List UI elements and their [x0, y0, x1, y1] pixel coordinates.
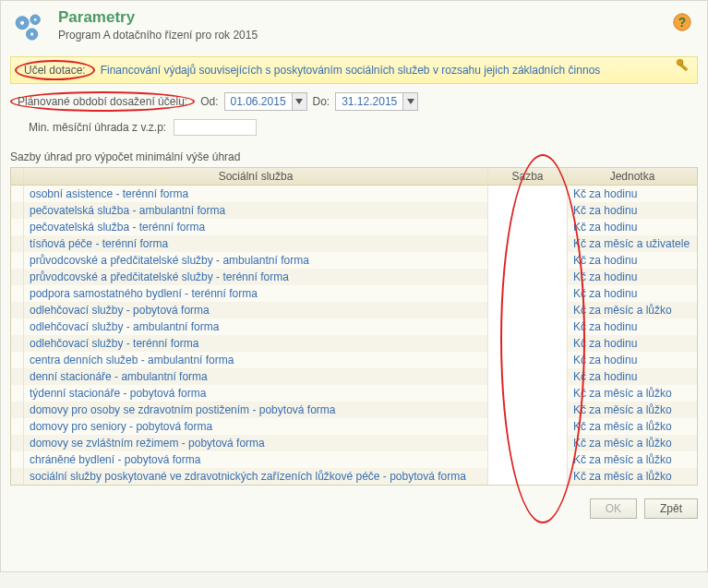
service-cell: denní stacionáře - ambulantní forma [30, 370, 208, 383]
table-row[interactable]: pečovatelská služba - ambulantní formaKč… [11, 202, 697, 219]
key-icon[interactable] [674, 56, 692, 75]
row-handle[interactable] [11, 418, 24, 435]
unit-cell: Kč za měsíc a lůžko [573, 470, 672, 483]
rates-caption: Sazby úhrad pro výpočet minimální výše ú… [10, 150, 698, 163]
row-handle[interactable] [11, 235, 24, 252]
ok-button[interactable]: OK [590, 498, 637, 519]
unit-cell: Kč za hodinu [573, 270, 637, 283]
row-handle[interactable] [11, 285, 24, 302]
unit-cell: Kč za hodinu [573, 370, 637, 383]
service-cell: odlehčovací služby - terénní forma [30, 337, 198, 350]
date-to-input[interactable] [336, 94, 402, 109]
table-row[interactable]: podpora samostatného bydlení - terénní f… [11, 285, 697, 302]
service-cell: domovy pro osoby se zdravotním postižení… [30, 403, 335, 416]
svg-rect-9 [680, 64, 688, 70]
gears-icon [10, 8, 49, 47]
row-handle[interactable] [11, 385, 24, 402]
service-cell: centra denních služeb - ambulantní forma [30, 354, 234, 366]
rates-table-header: Sociální služba Sazba Jednotka [11, 168, 697, 186]
table-row[interactable]: sociální služby poskytované ve zdravotni… [11, 468, 697, 485]
date-from-dropdown-icon[interactable] [292, 93, 306, 110]
table-row[interactable]: odlehčovací služby - pobytová formaKč za… [11, 302, 697, 318]
row-handle[interactable] [11, 402, 24, 418]
row-handle[interactable] [11, 202, 24, 219]
service-cell: domovy pro seniory - pobytová forma [30, 420, 212, 433]
unit-cell: Kč za hodinu [573, 187, 637, 200]
table-row[interactable]: tísňová péče - terénní formaKč za měsíc … [11, 235, 697, 252]
row-handle[interactable] [11, 186, 24, 202]
purpose-value: Financování výdajů souvisejících s posky… [101, 64, 601, 77]
table-row[interactable]: odlehčovací služby - terénní formaKč za … [11, 335, 697, 352]
table-row[interactable]: osobní asistence - terénní formaKč za ho… [11, 186, 697, 202]
page-title: Parametry [58, 8, 258, 27]
service-cell: odlehčovací služby - ambulantní forma [30, 320, 219, 333]
svg-text:?: ? [678, 16, 686, 30]
table-row[interactable]: domovy se zvláštním režimem - pobytová f… [11, 435, 697, 451]
table-row[interactable]: domovy pro seniory - pobytová formaKč za… [11, 418, 697, 435]
service-cell: osobní asistence - terénní forma [30, 187, 188, 200]
table-row[interactable]: týdenní stacionáře - pobytová formaKč za… [11, 385, 697, 402]
row-handle-header [11, 168, 24, 185]
min-fee-input[interactable] [174, 119, 257, 136]
row-handle[interactable] [11, 368, 24, 385]
service-cell: sociální služby poskytované ve zdravotni… [30, 470, 466, 483]
col-unit-header: Jednotka [568, 168, 697, 185]
service-cell: odlehčovací služby - pobytová forma [30, 304, 210, 317]
min-fee-label: Min. měsíční úhrada z v.z.p: [29, 121, 166, 134]
date-from-field[interactable] [224, 92, 307, 111]
table-row[interactable]: domovy pro osoby se zdravotním postižení… [11, 402, 697, 418]
date-to-dropdown-icon[interactable] [402, 93, 417, 110]
unit-cell: Kč za hodinu [573, 354, 637, 366]
back-button[interactable]: Zpět [644, 498, 698, 519]
table-row[interactable]: centra denních služeb - ambulantní forma… [11, 352, 697, 368]
table-row[interactable]: chráněné bydlení - pobytová formaKč za m… [11, 451, 697, 468]
table-row[interactable]: pečovatelská služba - terénní formaKč za… [11, 219, 697, 235]
rates-table: Sociální služba Sazba Jednotka osobní as… [10, 167, 698, 486]
unit-cell: Kč za měsíc a lůžko [573, 420, 672, 433]
purpose-row: Účel dotace: Financování výdajů souvisej… [10, 56, 698, 84]
row-handle[interactable] [11, 219, 24, 235]
page-header: Parametry Program A dotačního řízení pro… [10, 8, 698, 47]
purpose-label: Účel dotace: [15, 60, 95, 80]
col-service-header: Sociální služba [24, 168, 488, 185]
period-to-label: Do: [313, 95, 330, 108]
table-row[interactable]: průvodcovské a předčitatelské služby - a… [11, 252, 697, 269]
row-handle[interactable] [11, 352, 24, 368]
svg-marker-10 [295, 99, 303, 104]
row-handle[interactable] [11, 269, 24, 285]
row-handle[interactable] [11, 318, 24, 335]
date-to-field[interactable] [335, 92, 418, 111]
service-cell: podpora samostatného bydlení - terénní f… [30, 287, 258, 300]
row-handle[interactable] [11, 335, 24, 352]
unit-cell: Kč za hodinu [573, 320, 637, 333]
help-icon[interactable]: ? [672, 12, 692, 32]
svg-marker-11 [407, 99, 414, 104]
unit-cell: Kč za hodinu [573, 221, 637, 234]
period-row: Plánované období dosažení účelu: Od: Do: [10, 91, 698, 112]
unit-cell: Kč za měsíc a uživatele [573, 237, 690, 250]
min-fee-row: Min. měsíční úhrada z v.z.p: [10, 119, 698, 136]
row-handle[interactable] [11, 435, 24, 451]
row-handle[interactable] [11, 468, 24, 485]
row-handle[interactable] [11, 252, 24, 269]
row-handle[interactable] [11, 302, 24, 318]
service-cell: průvodcovské a předčitatelské služby - a… [30, 254, 309, 267]
unit-cell: Kč za měsíc a lůžko [573, 453, 672, 466]
service-cell: domovy se zvláštním režimem - pobytová f… [30, 437, 265, 450]
table-row[interactable]: denní stacionáře - ambulantní formaKč za… [11, 368, 697, 385]
unit-cell: Kč za měsíc a lůžko [573, 437, 672, 450]
footer-buttons: OK Zpět [10, 498, 698, 519]
date-from-input[interactable] [225, 94, 292, 109]
table-row[interactable]: odlehčovací služby - ambulantní formaKč … [11, 318, 697, 335]
table-row[interactable]: průvodcovské a předčitatelské služby - t… [11, 269, 697, 285]
svg-point-1 [20, 20, 25, 25]
service-cell: průvodcovské a předčitatelské služby - t… [30, 270, 289, 283]
service-cell: pečovatelská služba - ambulantní forma [30, 204, 225, 217]
unit-cell: Kč za hodinu [573, 337, 637, 350]
row-handle[interactable] [11, 451, 24, 468]
svg-point-5 [30, 32, 33, 36]
unit-cell: Kč za hodinu [573, 254, 637, 267]
unit-cell: Kč za měsíc a lůžko [573, 387, 672, 400]
unit-cell: Kč za hodinu [573, 204, 637, 217]
service-cell: chráněné bydlení - pobytová forma [30, 453, 200, 466]
